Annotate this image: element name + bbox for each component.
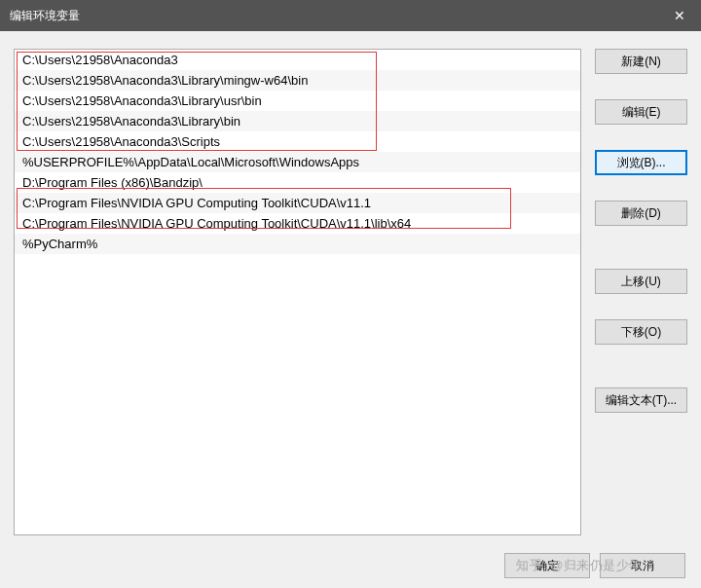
edit-button[interactable]: 编辑(E) [595, 99, 687, 125]
list-item[interactable]: C:\Users\21958\Anaconda3 [15, 50, 580, 70]
list-item[interactable]: %PyCharm% [15, 234, 580, 254]
ok-button[interactable]: 确定 [504, 553, 590, 578]
main-row: C:\Users\21958\Anaconda3 C:\Users\21958\… [14, 49, 687, 539]
list-item[interactable]: C:\Program Files\NVIDIA GPU Computing To… [15, 193, 580, 213]
move-down-button[interactable]: 下移(O) [595, 319, 687, 345]
edit-text-button[interactable]: 编辑文本(T)... [595, 387, 687, 413]
browse-button[interactable]: 浏览(B)... [595, 150, 687, 175]
list-item[interactable]: D:\Program Files (x86)\Bandzip\ [15, 172, 580, 193]
move-up-button[interactable]: 上移(U) [595, 269, 687, 294]
list-item[interactable]: C:\Users\21958\Anaconda3\Library\mingw-w… [15, 70, 580, 91]
footer: 确定 取消 [14, 553, 687, 578]
list-item[interactable]: C:\Users\21958\Anaconda3\Library\bin [15, 111, 580, 131]
path-listbox[interactable]: C:\Users\21958\Anaconda3 C:\Users\21958\… [14, 49, 581, 535]
delete-button[interactable]: 删除(D) [595, 201, 687, 226]
close-button[interactable]: ✕ [657, 0, 701, 31]
close-icon: ✕ [674, 8, 685, 23]
list-item[interactable]: C:\Users\21958\Anaconda3\Library\usr\bin [15, 91, 580, 111]
titlebar: 编辑环境变量 ✕ [0, 0, 701, 31]
side-button-panel: 新建(N) 编辑(E) 浏览(B)... 删除(D) 上移(U) 下移(O) 编… [595, 49, 687, 539]
list-item[interactable]: C:\Users\21958\Anaconda3\Scripts [15, 131, 580, 152]
window-title: 编辑环境变量 [10, 8, 80, 24]
list-item[interactable]: %USERPROFILE%\AppData\Local\Microsoft\Wi… [15, 152, 580, 172]
list-item[interactable]: C:\Program Files\NVIDIA GPU Computing To… [15, 213, 580, 234]
cancel-button[interactable]: 取消 [600, 553, 685, 578]
dialog-body: C:\Users\21958\Anaconda3 C:\Users\21958\… [0, 31, 701, 588]
new-button[interactable]: 新建(N) [595, 49, 687, 74]
